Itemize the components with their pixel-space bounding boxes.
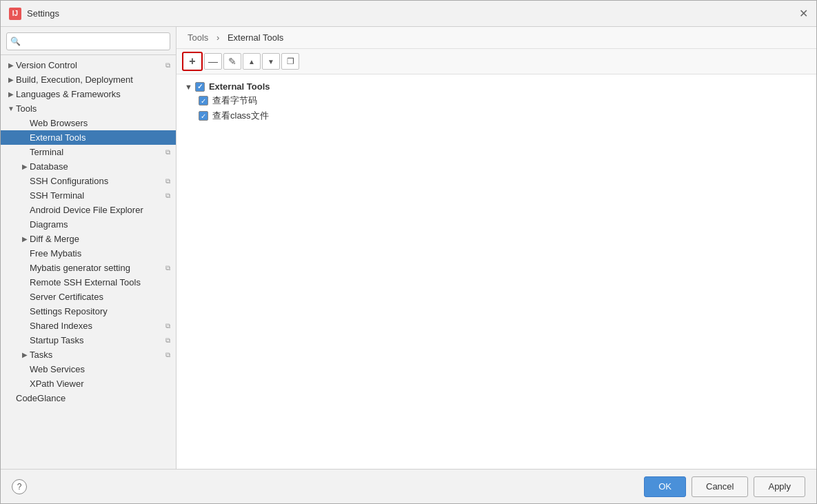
breadcrumb-separator: › xyxy=(216,32,219,43)
sidebar-item-diagrams[interactable]: Diagrams xyxy=(1,217,176,232)
sidebar-item-label: Server Certificates xyxy=(30,292,170,302)
external-tools-group[interactable]: ▼ ✓ External Tools xyxy=(182,80,811,93)
remove-button[interactable]: — xyxy=(204,53,222,70)
item-label: 查看class文件 xyxy=(212,110,269,122)
sidebar-item-database[interactable]: ▶ Database xyxy=(1,159,176,174)
copy-icon: ⧉ xyxy=(165,322,170,330)
sidebar-item-tools[interactable]: ▼ Tools xyxy=(1,101,176,116)
item-checkbox[interactable]: ✓ xyxy=(199,111,208,121)
expand-arrow: ▶ xyxy=(6,90,16,98)
main-content: 🔍 ▶ Version Control ⧉ ▶ Build, Execution… xyxy=(1,27,816,469)
sidebar-item-label: Tasks xyxy=(30,350,163,360)
copy-icon: ⧉ xyxy=(165,264,170,272)
item-label: 查看字节码 xyxy=(212,94,257,107)
ok-button[interactable]: OK xyxy=(644,476,686,497)
sidebar-item-label: Free Mybatis xyxy=(30,248,170,259)
sidebar-item-tasks[interactable]: ▶ Tasks ⧉ xyxy=(1,347,176,362)
sidebar-item-label: CodeGlance xyxy=(16,393,170,403)
cancel-button[interactable]: Cancel xyxy=(692,476,748,497)
sidebar-item-label: Shared Indexes xyxy=(30,321,163,331)
edit-button[interactable]: ✎ xyxy=(223,53,241,70)
group-checkbox[interactable]: ✓ xyxy=(195,82,205,92)
bottom-bar: ? OK Cancel Apply xyxy=(1,469,816,503)
sidebar-item-label: Terminal xyxy=(30,147,163,157)
move-down-button[interactable]: ▼ xyxy=(262,53,280,70)
copy-icon: ⧉ xyxy=(165,192,170,200)
sidebar-item-ssh-configurations[interactable]: SSH Configurations ⧉ xyxy=(1,174,176,188)
sidebar-item-label: Web Browsers xyxy=(30,118,170,128)
tree-item-classfile[interactable]: ✓ 查看class文件 xyxy=(182,108,811,123)
action-buttons: OK Cancel Apply xyxy=(644,476,805,497)
sidebar-item-settings-repository[interactable]: Settings Repository xyxy=(1,304,176,319)
search-input[interactable] xyxy=(6,32,170,50)
add-button[interactable]: + xyxy=(184,54,201,69)
help-button[interactable]: ? xyxy=(12,479,27,494)
sidebar-item-terminal[interactable]: Terminal ⧉ xyxy=(1,145,176,159)
sidebar-item-label: SSH Configurations xyxy=(30,176,163,186)
sidebar-item-label: Build, Execution, Deployment xyxy=(16,74,170,85)
apply-button[interactable]: Apply xyxy=(754,476,805,497)
tree-item-bytecode[interactable]: ✓ 查看字节码 xyxy=(182,93,811,108)
sidebar-item-label: XPath Viewer xyxy=(30,379,170,389)
sidebar-item-label: Remote SSH External Tools xyxy=(30,277,170,288)
sidebar-tree: ▶ Version Control ⧉ ▶ Build, Execution, … xyxy=(1,55,176,469)
expand-arrow: ▶ xyxy=(6,61,16,69)
search-box: 🔍 xyxy=(1,27,176,55)
move-up-button[interactable]: ▲ xyxy=(243,53,261,70)
sidebar-item-ssh-terminal[interactable]: SSH Terminal ⧉ xyxy=(1,188,176,203)
sidebar-item-mybatis-generator[interactable]: Mybatis generator setting ⧉ xyxy=(1,261,176,275)
group-label: External Tools xyxy=(209,81,270,92)
sidebar-item-web-services[interactable]: Web Services xyxy=(1,362,176,376)
sidebar-item-android-device[interactable]: Android Device File Explorer xyxy=(1,203,176,217)
sidebar-item-external-tools[interactable]: External Tools xyxy=(1,130,176,145)
sidebar-item-label: Version Control xyxy=(16,60,163,70)
item-checkbox[interactable]: ✓ xyxy=(199,96,208,105)
sidebar-item-codeglance[interactable]: CodeGlance xyxy=(1,391,176,405)
app-icon: IJ xyxy=(9,8,21,20)
copy-icon: ⧉ xyxy=(165,148,170,157)
external-tools-tree: ▼ ✓ External Tools ✓ 查看字节码 ✓ 查看class文件 xyxy=(176,74,816,469)
breadcrumb: Tools › External Tools xyxy=(176,27,816,49)
sidebar-item-label: Diagrams xyxy=(30,219,170,230)
sidebar-item-remote-ssh[interactable]: Remote SSH External Tools xyxy=(1,275,176,290)
sidebar-item-startup-tasks[interactable]: Startup Tasks ⧉ xyxy=(1,333,176,347)
sidebar: 🔍 ▶ Version Control ⧉ ▶ Build, Execution… xyxy=(1,27,176,469)
expand-arrow: ▶ xyxy=(20,235,30,243)
search-icon: 🔍 xyxy=(10,37,21,46)
sidebar-item-label: Startup Tasks xyxy=(30,335,163,345)
sidebar-item-label: Android Device File Explorer xyxy=(30,205,170,215)
sidebar-item-label: Database xyxy=(30,161,170,172)
sidebar-item-shared-indexes[interactable]: Shared Indexes ⧉ xyxy=(1,319,176,333)
close-button[interactable]: ✕ xyxy=(799,8,808,19)
copy-icon: ⧉ xyxy=(165,351,170,359)
titlebar: IJ Settings ✕ xyxy=(1,1,816,27)
breadcrumb-parent: Tools xyxy=(188,32,208,43)
add-button-highlight: + xyxy=(182,52,203,71)
copy-icon: ⧉ xyxy=(165,61,170,70)
copy-icon: ⧉ xyxy=(165,177,170,185)
sidebar-item-build-execution[interactable]: ▶ Build, Execution, Deployment xyxy=(1,72,176,87)
breadcrumb-current: External Tools xyxy=(228,32,283,43)
sidebar-item-languages[interactable]: ▶ Languages & Frameworks xyxy=(1,87,176,101)
copy-button[interactable]: ❐ xyxy=(281,53,299,70)
titlebar-left: IJ Settings xyxy=(9,8,59,20)
right-panel: Tools › External Tools + — ✎ ▲ ▼ ❐ ▼ xyxy=(176,27,816,469)
sidebar-item-free-mybatis[interactable]: Free Mybatis xyxy=(1,246,176,261)
sidebar-item-server-certificates[interactable]: Server Certificates xyxy=(1,290,176,304)
settings-dialog: IJ Settings ✕ 🔍 ▶ Version Control ⧉ xyxy=(0,0,817,504)
sidebar-item-label: External Tools xyxy=(30,132,170,143)
dialog-title: Settings xyxy=(27,8,59,19)
expand-arrow: ▶ xyxy=(20,351,30,359)
sidebar-item-label: Settings Repository xyxy=(30,306,170,316)
toolbar: + — ✎ ▲ ▼ ❐ xyxy=(176,49,816,74)
sidebar-item-xpath-viewer[interactable]: XPath Viewer xyxy=(1,376,176,391)
sidebar-item-version-control[interactable]: ▶ Version Control ⧉ xyxy=(1,58,176,72)
sidebar-item-label: Languages & Frameworks xyxy=(16,89,170,99)
sidebar-item-diff-merge[interactable]: ▶ Diff & Merge xyxy=(1,232,176,246)
expand-arrow: ▶ xyxy=(20,163,30,170)
expand-arrow: ▼ xyxy=(6,105,16,112)
sidebar-item-label: SSH Terminal xyxy=(30,190,163,201)
sidebar-item-label: Web Services xyxy=(30,364,170,374)
sidebar-item-web-browsers[interactable]: Web Browsers xyxy=(1,116,176,130)
copy-icon: ⧉ xyxy=(165,336,170,345)
